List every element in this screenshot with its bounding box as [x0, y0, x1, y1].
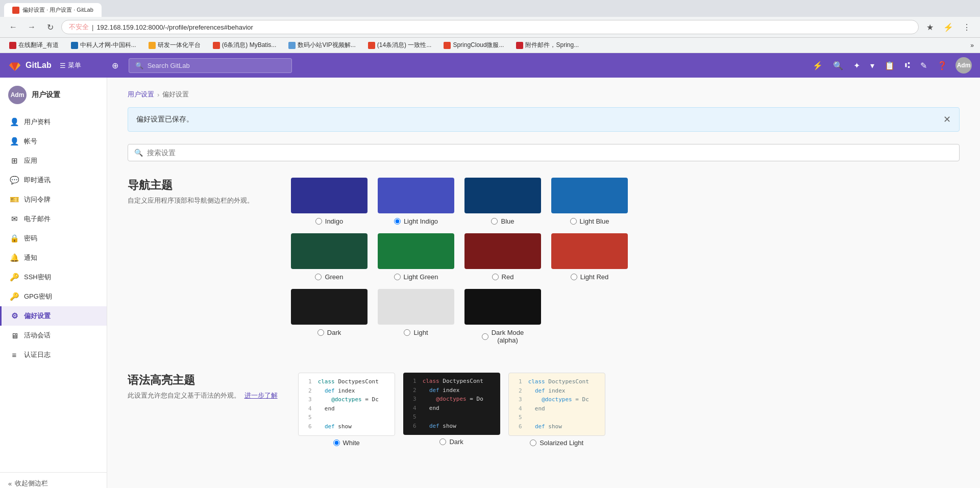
syntax-label-white[interactable]: White [333, 439, 360, 447]
alert-close-button[interactable]: ✕ [943, 114, 951, 125]
syntax-radio-solarized[interactable] [530, 440, 536, 446]
nav-theme-title: 导航主题 [128, 178, 271, 193]
theme-item-light-green[interactable]: Light Green [378, 233, 454, 281]
theme-label-light-blue[interactable]: Light Blue [570, 217, 609, 225]
syntax-label-dark[interactable]: Dark [439, 438, 463, 446]
sidebar-item-tokens[interactable]: 🎫 访问令牌 [0, 190, 107, 209]
bookmark-button[interactable]: ★ [923, 20, 937, 34]
sidebar-label-audit: 认证日志 [24, 350, 51, 359]
sidebar-item-password[interactable]: 🔒 密码 [0, 229, 107, 248]
bookmark-icon [71, 42, 78, 49]
bookmark-springcloud[interactable]: SpringCloud微服... [440, 40, 507, 51]
help-button[interactable]: ❓ [935, 59, 949, 72]
theme-label-light[interactable]: Light [404, 329, 428, 336]
bookmark-zhongke[interactable]: 中科人才网-中国科... [68, 40, 139, 51]
menu-button[interactable]: ☰ 菜单 [60, 61, 81, 70]
gitlab-logo-icon [8, 59, 21, 72]
user-avatar[interactable]: Adm [955, 57, 972, 74]
back-button[interactable]: ← [6, 20, 20, 34]
refresh-button[interactable]: ↻ [43, 20, 57, 34]
forward-button[interactable]: → [24, 20, 39, 34]
theme-radio-light[interactable] [404, 329, 410, 336]
merge-button[interactable]: ⑆ [903, 59, 912, 72]
theme-item-light[interactable]: Light [378, 289, 454, 344]
create-button[interactable]: ⊕ [110, 59, 120, 72]
theme-label-green[interactable]: Green [315, 273, 343, 281]
browser-tab[interactable]: 偏好设置 · 用户设置 · GitLab [4, 3, 102, 17]
theme-label-light-red[interactable]: Light Red [571, 273, 609, 281]
breadcrumb-parent[interactable]: 用户设置 [128, 90, 154, 99]
syntax-label-solarized[interactable]: Solarized Light [530, 439, 583, 447]
sidebar-item-notifications[interactable]: 🔔 通知 [0, 248, 107, 267]
search-settings-box[interactable]: 🔍 [128, 144, 960, 161]
todo-button[interactable]: 📋 [883, 59, 897, 72]
bookmark-mybatis[interactable]: (6条消息) MyBatis... [210, 40, 280, 51]
theme-radio-blue[interactable] [491, 218, 498, 225]
bookmark-youdao[interactable]: 在线翻译_有道 [6, 40, 62, 51]
email-icon: ✉ [10, 214, 19, 224]
bookmarks-more[interactable]: » [970, 42, 974, 49]
theme-item-light-indigo[interactable]: Light Indigo [378, 178, 454, 225]
theme-label-light-green[interactable]: Light Green [394, 273, 438, 281]
sidebar-item-ssh[interactable]: 🔑 SSH密钥 [0, 267, 107, 287]
sidebar-label-email: 电子邮件 [24, 214, 51, 224]
sidebar-item-im[interactable]: 💬 即时通讯 [0, 170, 107, 190]
theme-item-green[interactable]: Green [291, 233, 368, 281]
theme-item-light-red[interactable]: Light Red [551, 233, 628, 281]
theme-radio-light-green[interactable] [394, 274, 401, 280]
syntax-radio-white[interactable] [333, 440, 340, 446]
bookmark-shuma[interactable]: 数码小站VIP视频解... [285, 40, 358, 51]
theme-radio-light-red[interactable] [571, 274, 577, 280]
bookmark-icon [213, 42, 220, 49]
sidebar-item-sessions[interactable]: 🖥 活动会话 [0, 326, 107, 345]
collapse-sidebar-button[interactable]: « 收起侧边栏 [0, 472, 107, 488]
top-nav: GitLab ☰ 菜单 ⊕ 🔍 Search GitLab ⚡ 🔍 ✦ ▾ 📋 … [0, 53, 980, 78]
sidebar-label-account: 帐号 [24, 137, 37, 146]
theme-label-dark-mode[interactable]: Dark Mode(alpha) [482, 329, 524, 344]
theme-radio-dark[interactable] [317, 329, 324, 336]
theme-radio-light-blue[interactable] [570, 218, 577, 225]
theme-item-blue[interactable]: Blue [464, 178, 541, 225]
sidebar-item-email[interactable]: ✉ 电子邮件 [0, 209, 107, 229]
theme-item-red[interactable]: Red [464, 233, 541, 281]
theme-radio-indigo[interactable] [315, 218, 322, 225]
theme-radio-light-indigo[interactable] [394, 218, 401, 225]
theme-item-light-blue[interactable]: Light Blue [551, 178, 628, 225]
theme-label-blue[interactable]: Blue [491, 217, 514, 225]
theme-label-red[interactable]: Red [492, 273, 514, 281]
sidebar-item-gpg[interactable]: 🔑 GPG密钥 [0, 287, 107, 306]
sidebar-item-profile[interactable]: 👤 用户资料 [0, 112, 107, 132]
sidebar-label-profile: 用户资料 [24, 117, 51, 127]
theme-label-light-indigo[interactable]: Light Indigo [394, 217, 438, 225]
extensions-button[interactable]: ⚡ [941, 20, 955, 34]
gitlab-logo[interactable]: GitLab [8, 59, 52, 72]
lightning-button[interactable]: ⚡ [811, 59, 825, 72]
address-bar[interactable]: 不安全 | 192.168.159.102:8000/-/profile/pre… [61, 20, 919, 34]
sidebar-item-audit[interactable]: ≡ 认证日志 [0, 345, 107, 364]
edit-button[interactable]: ✎ [918, 59, 929, 72]
search-box[interactable]: 🔍 Search GitLab [129, 58, 292, 73]
notifications-icon: 🔔 [10, 253, 19, 262]
theme-label-indigo[interactable]: Indigo [315, 217, 343, 225]
theme-radio-red[interactable] [492, 274, 499, 280]
theme-item-dark-mode[interactable]: Dark Mode(alpha) [464, 289, 541, 344]
search-nav-button[interactable]: 🔍 [831, 59, 845, 72]
bookmark-yanfa[interactable]: 研发一体化平台 [145, 40, 204, 51]
theme-radio-green[interactable] [315, 274, 322, 280]
sidebar-item-preferences[interactable]: ⚙ 偏好设置 [0, 306, 107, 326]
dropdown-button[interactable]: ▾ [868, 59, 876, 72]
syntax-radio-dark[interactable] [439, 438, 446, 445]
theme-radio-dark-mode[interactable] [482, 333, 488, 340]
bookmark-yizhi[interactable]: (14条消息) 一致性... [365, 40, 435, 51]
theme-item-dark[interactable]: Dark [291, 289, 368, 344]
bookmark-nav-button[interactable]: ✦ [851, 59, 862, 72]
sidebar-item-account[interactable]: 👤 帐号 [0, 132, 107, 151]
more-button[interactable]: ⋮ [960, 20, 974, 34]
theme-item-indigo[interactable]: Indigo [291, 178, 368, 225]
theme-label-dark[interactable]: Dark [317, 329, 341, 336]
sidebar-item-apps[interactable]: ⊞ 应用 [0, 151, 107, 170]
menu-icon: ☰ [60, 62, 66, 69]
search-settings-input[interactable] [147, 149, 953, 157]
learn-more-link[interactable]: 进一步了解 [244, 392, 278, 399]
bookmark-fujian[interactable]: 附件邮件，Spring... [513, 40, 582, 51]
